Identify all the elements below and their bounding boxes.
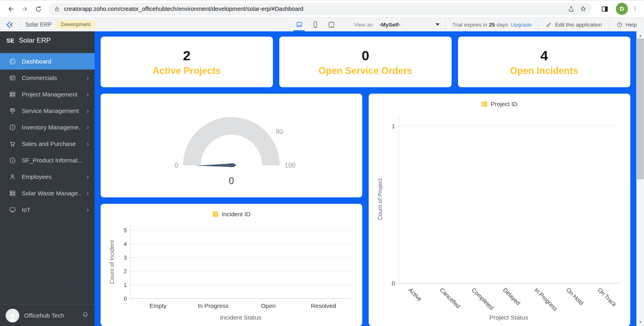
edit-application-button[interactable]: Edit this application [539,18,609,31]
upgrade-link[interactable]: Upgrade [511,22,532,28]
notifications-button[interactable] [82,311,89,320]
tablet-icon [327,21,336,29]
edit-application-label: Edit this application [555,22,602,28]
legend-swatch [482,101,487,107]
sidebar-item-label: Commercials [22,74,81,81]
info-icon [9,124,16,131]
phone-preview-button[interactable] [308,18,322,31]
stat-card-open-incidents: 4 Open Incidents [458,37,630,87]
url-text: creatorapp.zoho.com/creator_officehubtec… [64,6,565,12]
sidebar-item-commercials[interactable]: Commercials› [0,70,95,86]
kebab-menu-icon [632,6,638,12]
sidebar-item-inventory-manageme[interactable]: Inventory Manageme...› [0,119,95,135]
chevron-right-icon: › [87,206,89,213]
sidebar-item-sales-and-purchase[interactable]: Sales and Purchase› [0,135,95,152]
gauge-chart: 0 80 100 [135,105,328,172]
x-axis-title: Incident Status [130,312,351,326]
sidebar-item-project-management[interactable]: Project Management› [0,86,95,103]
chevron-right-icon: › [87,107,89,114]
scrollbar-down-arrow[interactable]: ▼ [637,319,644,325]
pencil-icon [546,22,552,28]
browser-forward-button[interactable] [18,2,31,16]
chart-legend: Incident ID [107,204,356,220]
tablet-preview-button[interactable] [324,18,339,31]
stat-label: Open Service Orders [319,66,413,76]
desktop-preview-button[interactable] [292,18,306,31]
sidebar-item-iot[interactable]: IoT› [0,201,95,218]
stat-label: Active Projects [153,66,221,76]
view-as-label: View as [354,22,373,28]
sidebar-nav: DashboardCommercials›Project Management›… [0,50,95,304]
sidebar-item-label: Project Management [22,91,81,98]
trial-suffix: days [497,22,508,28]
browser-menu-button[interactable] [630,2,640,15]
side-panel-button[interactable] [598,2,611,15]
browser-reload-button[interactable] [31,2,45,16]
side-panel-icon [601,5,609,13]
x-tick-label: Empty [130,299,186,312]
star-icon [580,5,587,12]
sidebar-item-label: IoT [22,206,81,213]
sidebar-item-employees[interactable]: Employees› [0,168,95,185]
sidebar-item-label: Service Management [22,107,81,114]
view-as-select[interactable]: -MySelf- [379,22,440,28]
user-avatar [6,309,19,322]
person-silhouette-icon [7,312,18,322]
sidebar-item-service-management[interactable]: Service Management› [0,103,95,119]
stack-icon [9,91,16,98]
x-tick-label: Completed [470,287,495,311]
zoho-toolbar: Solar ERP Development View as -MySelf- T… [0,18,644,31]
solar-panel-icon [9,107,16,115]
x-tick-label: Cancelled [439,287,462,310]
browser-profile-avatar[interactable]: D [616,3,628,15]
sidebar-item-dashboard[interactable]: Dashboard [0,53,95,70]
legend-label: Incident ID [222,211,251,217]
zoho-creator-logo-icon [6,21,14,29]
gauge-tick-min: 0 [175,162,178,169]
scrollbar-up-arrow[interactable]: ▲ [637,32,644,39]
x-tick-label: Active [407,287,423,302]
plot-area [398,115,619,283]
environment-badge: Development [56,20,96,29]
stat-card-active-projects: 2 Active Projects [101,37,273,87]
sidebar-item-label: Dashboard [22,58,89,65]
sidebar-item-solar-waste-manage[interactable]: Solar Waste Manage...› [0,185,95,201]
person-icon [9,173,16,180]
address-bar[interactable]: creatorapp.zoho.com/creator_officehubtec… [48,3,592,15]
monitor-icon [9,206,16,213]
x-tick-label: In Progress [533,287,559,312]
forward-arrow-icon [21,5,29,13]
toolbar-app-name: Solar ERP [25,21,52,28]
share-button[interactable] [565,3,577,15]
laptop-icon [295,21,303,29]
chevron-right-icon: › [87,124,89,131]
zoho-creator-logo[interactable] [0,18,20,31]
account-name: Officehub Tech [24,312,77,319]
sidebar-header: SE Solar ERP [0,31,95,50]
page-scrollbar[interactable]: ▲ ▼ [636,31,644,326]
dashboard-main: 2 Active Projects 0 Open Service Orders … [95,31,636,326]
x-tick-label: On Track [597,287,618,308]
trial-status: Trial expires in 25 days Upgrade [446,18,538,31]
help-button[interactable]: Help [609,18,644,31]
y-tick-label: 4 [124,241,127,247]
y-tick-label: 0 [392,280,395,287]
share-icon [568,5,575,12]
x-axis-labels: EmptyIn ProgressOpenResolved [130,299,351,312]
x-tick-label: On Hold [565,287,584,306]
sidebar-app-title: Solar ERP [19,37,51,45]
y-axis: 012345 [117,226,130,299]
bell-icon [82,311,89,318]
toolbar-right-group: View as -MySelf- Trial expires in 25 day… [354,18,644,31]
chevron-right-icon: › [87,173,89,180]
sidebar-item-sf-product-informat[interactable]: SF_Product Informat... [0,152,95,168]
y-tick-label: 5 [124,227,127,234]
y-tick-label: 0 [124,295,127,302]
sidebar-footer: Officehub Tech [0,304,95,326]
bookmark-button[interactable] [577,3,589,15]
sidebar-item-label: Solar Waste Manage... [22,190,81,197]
sidebar: SE Solar ERP DashboardCommercials›Projec… [0,31,95,326]
cart-icon [9,140,16,148]
browser-back-button[interactable] [4,2,18,16]
scrollbar-thumb[interactable] [637,39,644,179]
